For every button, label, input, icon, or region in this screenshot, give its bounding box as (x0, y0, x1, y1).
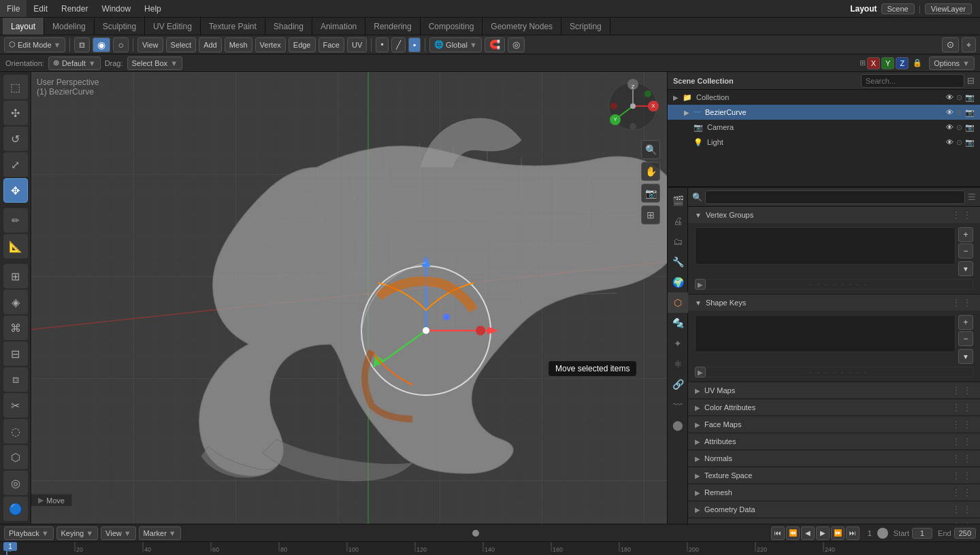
sk-expand-btn[interactable]: ▼ (958, 349, 973, 364)
tab-texture-paint[interactable]: Texture Paint (201, 18, 265, 35)
menu-window[interactable]: Window (95, 0, 137, 17)
outliner-item-beziercurve[interactable]: ▶ 〰 BezierCurve 👁 ⊙ 📷 (668, 105, 980, 120)
tab-shading[interactable]: Shading (265, 18, 312, 35)
play-btn[interactable]: ▶ (816, 526, 830, 540)
camera-sel-icon[interactable]: ⊙ (956, 123, 962, 132)
end-value[interactable]: 250 (954, 528, 976, 539)
tool-poly-build[interactable]: ⬡ (3, 445, 28, 469)
props-filter-icon[interactable]: ☰ (968, 192, 976, 202)
menu-help[interactable]: Help (137, 0, 168, 17)
texture-space-header[interactable]: ▶ Texture Space ⋮⋮ (688, 467, 980, 484)
playback-dropdown[interactable]: Playback ▼ (4, 526, 54, 540)
curve-sel-icon[interactable]: ⊙ (956, 108, 962, 117)
tab-geometry-nodes[interactable]: Geometry Nodes (483, 18, 561, 35)
uv-btn[interactable]: UV (347, 37, 367, 52)
tool-bisect[interactable]: ◌ (3, 419, 28, 443)
face-select-mode[interactable]: ▪ (408, 37, 421, 52)
frame-ruler[interactable]: 1 20 40 60 80 100 120 140 160 180 200 22… (0, 541, 980, 555)
tool-rotate[interactable]: ↺ (3, 127, 28, 151)
normals-header[interactable]: ▶ Normals ⋮⋮ (688, 450, 980, 467)
props-tab-scene[interactable]: 🔧 (668, 252, 688, 272)
tab-modeling[interactable]: Modeling (44, 18, 95, 35)
ortho-btn[interactable]: ⊞ (641, 205, 660, 224)
transform-global[interactable]: 🌐 Global ▼ (429, 37, 482, 52)
tool-scale[interactable]: ⤢ (3, 152, 28, 177)
outliner-item-camera[interactable]: ▶ 📷 Camera 👁 ⊙ 📷 (668, 120, 980, 135)
proportional-edit[interactable]: ◎ (508, 37, 525, 52)
keying-dropdown[interactable]: Keying ▼ (56, 526, 99, 540)
camera-render-icon[interactable]: 📷 (965, 123, 975, 132)
vg-dots[interactable]: ⋮⋮ (951, 209, 973, 220)
props-tab-render[interactable]: 🎬 (668, 190, 688, 211)
tab-rendering[interactable]: Rendering (365, 18, 420, 35)
play-reverse-btn[interactable]: ◀ (801, 526, 815, 540)
menu-render[interactable]: Render (54, 0, 95, 17)
gizmo-toggle[interactable]: ⌖ (962, 37, 976, 52)
tool-spin[interactable]: ◎ (3, 471, 28, 495)
next-frame-btn[interactable]: ⏩ (831, 526, 845, 540)
props-tab-physics[interactable]: ⚛ (668, 354, 688, 374)
edge-btn[interactable]: Edge (289, 37, 316, 52)
sk-remove-btn[interactable]: − (958, 331, 973, 346)
sk-dots[interactable]: ⋮⋮ (951, 297, 973, 308)
timeline-view-dropdown[interactable]: View ▼ (101, 526, 136, 540)
current-frame-badge[interactable]: 1 (3, 542, 17, 551)
tool-measure[interactable]: 📐 (3, 234, 28, 258)
tab-uv-editing[interactable]: UV Editing (145, 18, 201, 35)
scene-name-input[interactable]: Scene (881, 3, 915, 14)
color-attributes-header[interactable]: ▶ Color Attributes ⋮⋮ (688, 399, 980, 416)
axis-x-btn[interactable]: X (867, 57, 880, 69)
tool-select-box[interactable]: ⬚ (3, 75, 28, 99)
collection-sel-icon[interactable]: ⊙ (956, 93, 962, 102)
tab-sculpting[interactable]: Sculpting (95, 18, 145, 35)
collection-vis-icon[interactable]: 👁 (946, 93, 953, 101)
viewport-3d[interactable]: User Perspective (1) BezierCurve Z X Y (31, 72, 667, 524)
playback-dot[interactable] (472, 530, 479, 537)
vertex-select-mode[interactable]: • (376, 37, 389, 52)
tool-offset-edge[interactable]: ⧈ (3, 367, 28, 392)
toggle-rendered[interactable]: ○ (113, 37, 128, 52)
sk-add-btn[interactable]: + (958, 315, 973, 330)
mesh-btn[interactable]: Mesh (225, 37, 252, 52)
toggle-solid[interactable]: ◉ (93, 37, 110, 52)
vg-expand-btn[interactable]: ▼ (958, 261, 973, 276)
props-tab-view[interactable]: 🗂 (668, 231, 688, 252)
orientation-dropdown[interactable]: ⊛ Default ▼ (48, 56, 101, 70)
light-vis-icon[interactable]: 👁 (946, 138, 953, 146)
outliner-item-collection[interactable]: ▶ 📁 Collection 👁 ⊙ 📷 (668, 90, 980, 105)
marker-dropdown[interactable]: Marker ▼ (139, 526, 181, 540)
ts-dots[interactable]: ⋮⋮ (951, 470, 973, 481)
tab-scripting[interactable]: Scripting (561, 18, 610, 35)
face-btn[interactable]: Face (318, 37, 344, 52)
vg-add-btn[interactable]: + (958, 227, 973, 242)
tool-annotate[interactable]: ✏ (3, 208, 28, 233)
tool-smooth[interactable]: 🔵 (3, 497, 28, 521)
vertex-groups-list[interactable] (695, 227, 956, 265)
gd-dots[interactable]: ⋮⋮ (951, 504, 973, 515)
menu-edit[interactable]: Edit (27, 0, 54, 17)
start-value[interactable]: 1 (912, 528, 932, 539)
face-maps-header[interactable]: ▶ Face Maps ⋮⋮ (688, 416, 980, 433)
vg-remove-btn[interactable]: − (958, 243, 973, 258)
sk-expand-down-btn[interactable]: ▶ (695, 367, 706, 377)
light-render-icon[interactable]: 📷 (965, 138, 975, 147)
collection-render-icon[interactable]: 📷 (965, 93, 975, 102)
tool-loop-cut[interactable]: ⊟ (3, 341, 28, 366)
props-tab-particles[interactable]: ✦ (668, 333, 688, 354)
props-tab-object[interactable]: ⬡ (668, 292, 688, 313)
props-tab-modifier[interactable]: 🔩 (668, 313, 688, 333)
props-tab-world[interactable]: 🌍 (668, 272, 688, 292)
jump-end-btn[interactable]: ⏭ (846, 526, 860, 540)
zoom-in-btn[interactable]: 🔍 (641, 140, 660, 159)
attributes-header[interactable]: ▶ Attributes ⋮⋮ (688, 433, 980, 450)
light-sel-icon[interactable]: ⊙ (956, 138, 962, 147)
menu-file[interactable]: File (0, 0, 27, 17)
tool-knife[interactable]: ✂ (3, 393, 28, 418)
tool-move[interactable]: ✣ (3, 101, 28, 125)
select-btn[interactable]: Select (166, 37, 197, 52)
uv-maps-header[interactable]: ▶ UV Maps ⋮⋮ (688, 382, 980, 399)
curve-render-icon[interactable]: 📷 (965, 108, 975, 117)
props-search-input[interactable] (705, 190, 965, 204)
remesh-header[interactable]: ▶ Remesh ⋮⋮ (688, 484, 980, 501)
props-tab-output[interactable]: 🖨 (668, 211, 688, 231)
